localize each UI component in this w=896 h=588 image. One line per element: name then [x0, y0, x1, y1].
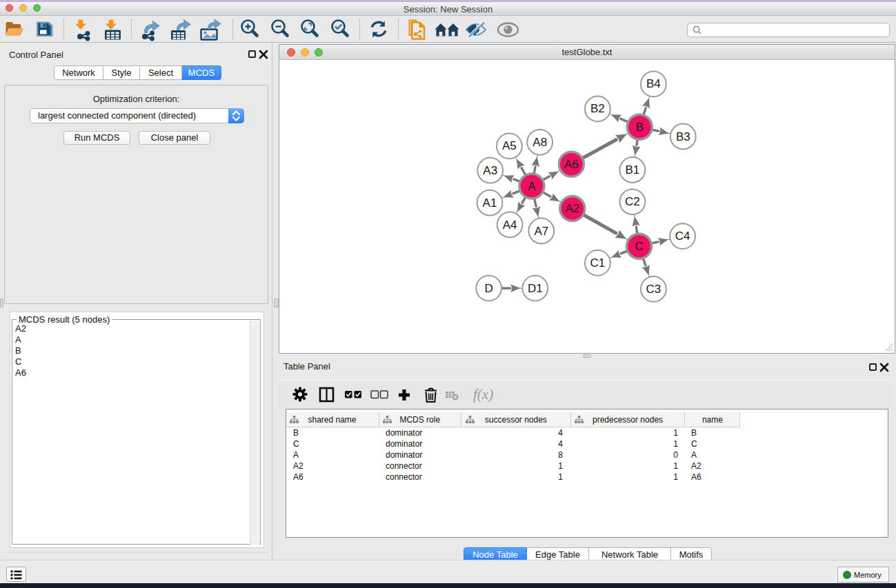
- svg-text:A: A: [528, 180, 536, 193]
- svg-text:A7: A7: [534, 225, 548, 238]
- svg-text:C3: C3: [646, 283, 661, 296]
- svg-text:A4: A4: [503, 219, 517, 232]
- svg-text:C2: C2: [625, 195, 640, 208]
- svg-text:A2: A2: [565, 202, 579, 215]
- svg-text:D1: D1: [528, 282, 543, 295]
- svg-text:B3: B3: [676, 130, 690, 143]
- svg-text:A5: A5: [502, 139, 517, 152]
- svg-text:B1: B1: [626, 163, 640, 176]
- svg-text:D: D: [484, 282, 492, 295]
- svg-text:A6: A6: [564, 158, 579, 171]
- svg-text:B2: B2: [590, 102, 605, 115]
- svg-text:B4: B4: [646, 77, 661, 90]
- svg-text:C: C: [635, 240, 643, 253]
- svg-text:A3: A3: [483, 164, 497, 177]
- svg-text:C1: C1: [590, 256, 606, 270]
- svg-text:A8: A8: [532, 136, 547, 149]
- svg-text:B: B: [636, 121, 644, 134]
- svg-text:C4: C4: [675, 230, 690, 243]
- svg-text:A1: A1: [483, 196, 497, 210]
